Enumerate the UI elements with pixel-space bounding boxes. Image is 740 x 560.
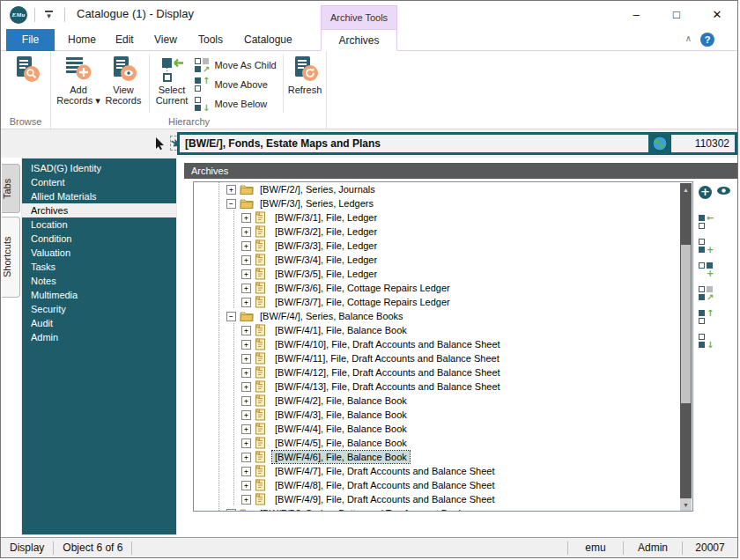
collapse-ribbon-icon[interactable]: ∧ bbox=[685, 33, 692, 43]
sidebar-item-tasks[interactable]: Tasks bbox=[22, 260, 176, 274]
tree-item[interactable]: +[BW/F/3/1], File, Ledger bbox=[194, 210, 692, 225]
sidebar-item-allied-materials[interactable]: Allied Materials bbox=[22, 189, 176, 203]
tree-item[interactable]: +[BW/F/4/2], File, Balance Book bbox=[194, 394, 692, 408]
tree-item[interactable]: +[BW/F/3/4], File, Ledger bbox=[194, 253, 692, 267]
expand-toggle[interactable]: + bbox=[241, 326, 251, 335]
move-below-button[interactable]: ↓Move Below bbox=[195, 94, 302, 114]
tree-item-label[interactable]: [BW/F/4/1], File, Balance Book bbox=[272, 324, 410, 336]
tree-item-label[interactable]: [BW/F/3/], Series, Ledgers bbox=[257, 197, 376, 210]
tree-item-label[interactable]: [BW/F/4/3], File, Balance Book bbox=[272, 409, 410, 421]
tree-item-label[interactable]: [BW/F/3/5], File, Ledger bbox=[272, 268, 380, 280]
tree-item-label[interactable]: [BW/F/3/3], File, Ledger bbox=[272, 239, 380, 252]
tab-archives[interactable]: Archives bbox=[321, 29, 397, 51]
tree-item-label[interactable]: [BW/F/3/6], File, Cottage Repairs Ledger bbox=[272, 282, 453, 294]
expand-toggle[interactable]: + bbox=[241, 453, 251, 462]
tree-item[interactable]: +[BW/F/4/5], File, Balance Book bbox=[194, 436, 692, 450]
tree-item-label[interactable]: [BW/F/4/7], File, Draft Accounts and Bal… bbox=[272, 465, 497, 477]
expand-toggle[interactable]: + bbox=[241, 284, 251, 293]
view-records-button[interactable]: View Records bbox=[101, 54, 145, 106]
tree-item[interactable]: −[BW/F/5/], Series, Butter and Tea Accou… bbox=[194, 506, 692, 512]
add-records-button[interactable]: Add Records ▾ bbox=[56, 54, 100, 106]
tree-item-label[interactable]: [BW/F/4/4], File, Balance Book bbox=[272, 423, 410, 435]
tree-item[interactable]: +[BW/F/4/9], File, Draft Accounts and Ba… bbox=[194, 492, 692, 506]
tab-home[interactable]: Home bbox=[64, 29, 100, 51]
tree-item[interactable]: +[BW/F/4/1], File, Balance Book bbox=[194, 323, 692, 337]
expand-toggle[interactable]: + bbox=[241, 269, 251, 279]
tree-item[interactable]: +[BW/F/3/3], File, Ledger bbox=[194, 239, 692, 253]
add-child-icon[interactable]: + bbox=[699, 256, 736, 270]
tree-item[interactable]: +[BW/F/3/2], File, Ledger bbox=[194, 225, 692, 239]
tree-item-label[interactable]: [BW/F/4/5], File, Balance Book bbox=[272, 437, 410, 449]
move-below-icon[interactable]: ↓ bbox=[699, 328, 736, 342]
emu-logo-icon[interactable]: EMu bbox=[10, 6, 27, 24]
tree-item-label[interactable]: [BW/F/4/2], File, Balance Book bbox=[272, 394, 410, 407]
tree-scrollbar[interactable]: ▲ ▼ bbox=[680, 183, 692, 512]
move-as-child-icon[interactable]: ↗ bbox=[699, 280, 736, 294]
tree-item-label[interactable]: [BW/F/3/4], File, Ledger bbox=[272, 254, 380, 266]
tree-item-label[interactable]: [BW/F/3/7], File, Cottage Repairs Ledger bbox=[272, 296, 453, 308]
expand-toggle[interactable]: + bbox=[241, 424, 251, 434]
browse-button[interactable] bbox=[4, 54, 48, 85]
expand-toggle[interactable]: + bbox=[241, 467, 251, 476]
add-sibling-icon[interactable]: + bbox=[699, 232, 736, 247]
sidebar-item-content[interactable]: Content bbox=[22, 175, 176, 189]
tree-item[interactable]: +[BW/F/3/5], File, Ledger bbox=[194, 267, 692, 281]
tree-item[interactable]: +[BW/F/3/6], File, Cottage Repairs Ledge… bbox=[194, 281, 692, 295]
tree-item-label[interactable]: [BW/F/3/1], File, Ledger bbox=[272, 211, 380, 224]
tree-item[interactable]: +[BW/F/4/6], File, Balance Book bbox=[194, 450, 692, 464]
expand-toggle[interactable]: + bbox=[241, 241, 251, 251]
expand-toggle[interactable]: + bbox=[241, 396, 251, 406]
expand-toggle[interactable]: + bbox=[241, 481, 251, 490]
tree-item[interactable]: +[BW/F/3/7], File, Cottage Repairs Ledge… bbox=[194, 295, 692, 309]
tab-view[interactable]: View bbox=[151, 29, 181, 51]
tree-item-label[interactable]: [BW/F/3/2], File, Ledger bbox=[272, 225, 380, 238]
sidebar-item-admin[interactable]: Admin bbox=[22, 330, 176, 344]
expand-toggle[interactable]: − bbox=[226, 509, 236, 512]
tree-item[interactable]: +[BW/F/2/], Series, Journals bbox=[194, 182, 692, 196]
sidebar-item-location[interactable]: Location bbox=[22, 217, 176, 232]
select-current-icon[interactable]: ← bbox=[699, 209, 736, 223]
tab-tools[interactable]: Tools bbox=[195, 29, 226, 51]
sidebar-item-archives[interactable]: Archives bbox=[22, 203, 176, 217]
expand-toggle[interactable]: − bbox=[226, 199, 236, 209]
tree-item[interactable]: +[BW/F/4/11], File, Draft Accounts and B… bbox=[194, 351, 692, 365]
tree-item[interactable]: +[BW/F/4/3], File, Balance Book bbox=[194, 408, 692, 422]
side-tab-tabs[interactable]: Tabs bbox=[2, 164, 20, 213]
tree-item[interactable]: +[BW/F/4/7], File, Draft Accounts and Ba… bbox=[194, 464, 692, 478]
select-current-button[interactable]: Select Current bbox=[151, 54, 193, 106]
close-button[interactable]: ✕ bbox=[697, 1, 737, 29]
tree-item[interactable]: +[BW/F/4/4], File, Balance Book bbox=[194, 422, 692, 436]
expand-toggle[interactable]: + bbox=[241, 410, 251, 420]
side-tab-shortcuts[interactable]: Shortcuts bbox=[2, 217, 20, 298]
tree-item-label[interactable]: [BW/F/4/8], File, Draft Accounts and Bal… bbox=[272, 479, 497, 491]
expand-toggle[interactable]: + bbox=[241, 438, 251, 448]
tree-item[interactable]: +[BW/F/4/12], File, Draft Accounts and B… bbox=[194, 365, 692, 379]
expand-toggle[interactable]: + bbox=[226, 185, 236, 195]
pointer-cursor-icon[interactable] bbox=[152, 136, 167, 151]
sidebar-item-notes[interactable]: Notes bbox=[22, 274, 176, 288]
sidebar-item-isad-g-identity[interactable]: ISAD(G) Identity bbox=[22, 161, 176, 175]
expand-toggle[interactable]: + bbox=[241, 213, 251, 223]
expand-toggle[interactable]: + bbox=[241, 227, 251, 237]
tree-item[interactable]: −[BW/F/3/], Series, Ledgers bbox=[194, 196, 692, 210]
scroll-up-icon[interactable]: ▲ bbox=[680, 183, 692, 196]
tree-item-label[interactable]: [BW/F/4/6], File, Balance Book bbox=[272, 451, 410, 463]
tab-catalogue[interactable]: Catalogue bbox=[240, 29, 296, 51]
sidebar-item-valuation[interactable]: Valuation bbox=[22, 246, 176, 260]
tree-item-label[interactable]: [BW/F/4/9], File, Draft Accounts and Bal… bbox=[272, 493, 497, 505]
expand-toggle[interactable]: + bbox=[241, 298, 251, 307]
help-icon[interactable]: ? bbox=[700, 33, 714, 47]
tab-file[interactable]: File bbox=[6, 29, 55, 51]
expand-toggle[interactable]: + bbox=[241, 340, 251, 350]
expand-toggle[interactable]: − bbox=[226, 312, 236, 321]
tree-item[interactable]: −[BW/F/4/], Series, Balance Books bbox=[194, 309, 692, 323]
minimize-button[interactable]: – bbox=[616, 1, 656, 29]
sidebar-item-condition[interactable]: Condition bbox=[22, 232, 176, 246]
refresh-button[interactable]: Refresh bbox=[285, 54, 325, 95]
tree-item[interactable]: +[BW/F/4/8], File, Draft Accounts and Ba… bbox=[194, 478, 692, 492]
expand-toggle[interactable]: + bbox=[241, 368, 251, 378]
expand-toggle[interactable]: + bbox=[241, 255, 251, 265]
move-above-icon[interactable]: ↑ bbox=[699, 304, 736, 318]
tree-item[interactable]: +[BW/F/4/10], File, Draft Accounts and B… bbox=[194, 337, 692, 351]
tab-edit[interactable]: Edit bbox=[112, 29, 137, 51]
